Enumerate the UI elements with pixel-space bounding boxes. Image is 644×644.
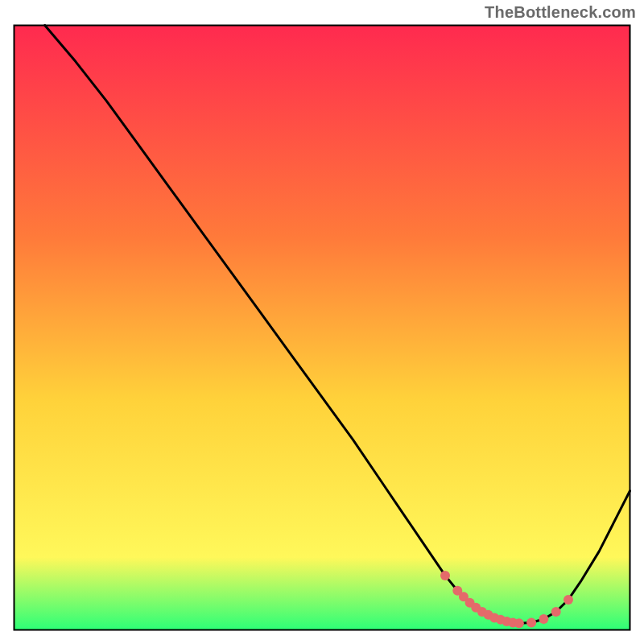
svg-point-13 [526, 617, 536, 627]
bottleneck-plot [13, 24, 631, 631]
svg-point-15 [551, 607, 561, 617]
svg-point-16 [564, 595, 573, 605]
plot-svg [13, 24, 631, 631]
svg-point-14 [539, 614, 548, 624]
svg-point-1 [440, 571, 450, 580]
svg-rect-0 [14, 26, 630, 630]
attribution-label: TheBottleneck.com [485, 3, 636, 22]
svg-point-12 [514, 618, 524, 628]
chart-container: TheBottleneck.com [0, 0, 644, 644]
